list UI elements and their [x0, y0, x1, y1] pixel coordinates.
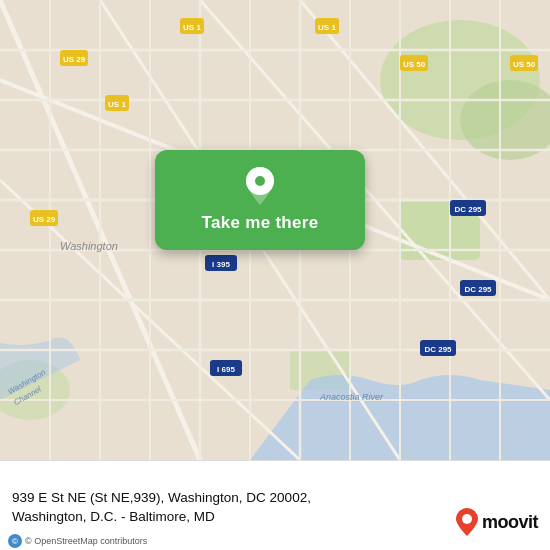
- svg-text:Anacostia River: Anacostia River: [319, 392, 384, 402]
- svg-text:US 1: US 1: [318, 23, 336, 32]
- osm-icon: ©: [8, 534, 22, 548]
- osm-text: © OpenStreetMap contributors: [25, 536, 147, 546]
- take-me-there-button[interactable]: Take me there: [155, 150, 365, 250]
- svg-text:DC 295: DC 295: [454, 205, 482, 214]
- moovit-pin-icon: [456, 508, 478, 536]
- svg-point-60: [462, 514, 472, 524]
- svg-text:US 50: US 50: [513, 60, 536, 69]
- app: US 29 US 1 US 1 US 1 US 50 US 50 US 29 I…: [0, 0, 550, 550]
- svg-text:Washington: Washington: [60, 240, 118, 252]
- moovit-brand-text: moovit: [482, 512, 538, 533]
- svg-text:I 695: I 695: [217, 365, 235, 374]
- svg-text:US 1: US 1: [108, 100, 126, 109]
- location-pin-icon: [244, 167, 276, 207]
- osm-attribution: © © OpenStreetMap contributors: [8, 534, 147, 548]
- svg-text:DC 295: DC 295: [464, 285, 492, 294]
- moovit-logo: moovit: [456, 508, 538, 536]
- button-label: Take me there: [202, 213, 319, 233]
- svg-text:US 29: US 29: [33, 215, 56, 224]
- svg-text:US 50: US 50: [403, 60, 426, 69]
- svg-text:US 1: US 1: [183, 23, 201, 32]
- map-container: US 29 US 1 US 1 US 1 US 50 US 50 US 29 I…: [0, 0, 550, 460]
- address-line-1: 939 E St NE (St NE,939), Washington, DC …: [12, 489, 538, 508]
- info-bar: 939 E St NE (St NE,939), Washington, DC …: [0, 460, 550, 550]
- svg-text:US 29: US 29: [63, 55, 86, 64]
- svg-point-59: [254, 175, 266, 187]
- svg-text:DC 295: DC 295: [424, 345, 452, 354]
- svg-text:I 395: I 395: [212, 260, 230, 269]
